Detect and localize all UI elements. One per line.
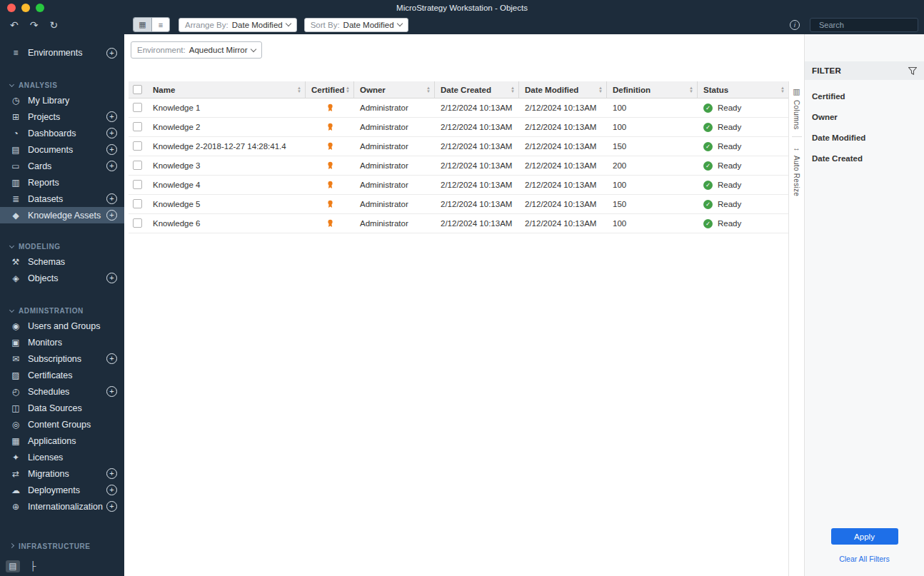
column-header-date-modified[interactable]: Date Modified [519,81,607,98]
add-dataset-button[interactable]: + [106,193,117,204]
select-all-checkbox[interactable] [133,85,142,94]
sidebar-item-migrations[interactable]: ⇄ Migrations + [0,465,124,482]
sidebar-item-documents[interactable]: ▤ Documents + [0,141,124,158]
sidebar-item-users-and-groups[interactable]: ◉ Users and Groups [0,318,124,334]
row-checkbox[interactable] [133,218,142,228]
filter-item-date-created[interactable]: Date Created [805,148,924,168]
row-checkbox[interactable] [133,161,142,170]
table-row[interactable]: Knowledge 2-2018-12-27 14:28:41.4 Admini… [129,137,788,156]
filter-item-certified[interactable]: Certified [805,86,924,106]
add-environment-button[interactable]: + [106,48,117,59]
sidebar-item-subscriptions[interactable]: ✉ Subscriptions + [0,350,124,367]
sidebar-item-schedules[interactable]: ◴ Schedules + [0,383,124,400]
section-modeling[interactable]: MODELING [0,239,124,253]
add-schedule-button[interactable]: + [106,386,117,397]
sidebar-item-objects[interactable]: ◈ Objects + [0,270,124,286]
chevron-down-icon [250,46,256,51]
minimize-window-button[interactable] [21,4,30,12]
sidebar-item-environments[interactable]: ≡ Environments + [0,44,124,62]
list-view-button[interactable]: ≡ [151,18,169,31]
tree-panel-icon: ├ [30,561,36,571]
row-date-created: 2/12/2024 10:13AM [435,200,519,208]
sidebar-item-dashboards[interactable]: ◔ Dashboards + [0,125,124,141]
table-row[interactable]: Knowledge 2 Administrator 2/12/2024 10:1… [129,118,788,137]
chevron-down-icon [285,21,291,26]
column-header-date-created[interactable]: Date Created [435,81,519,98]
filter-item-owner[interactable]: Owner [805,106,924,127]
columns-icon[interactable]: ▥ [793,87,800,96]
table-row[interactable]: Knowledge 3 Administrator 2/12/2024 10:1… [129,156,788,176]
sidebar-item-monitors[interactable]: ▣ Monitors [0,334,124,350]
status-label: Ready [718,161,741,170]
apply-button[interactable]: Apply [831,528,898,545]
sidebar-item-licenses[interactable]: ✦ Licenses [0,449,124,465]
sidebar-item-my-library[interactable]: ◷ My Library [0,92,124,108]
sidebar-item-deployments[interactable]: ☁ Deployments + [0,482,124,498]
environment-dropdown[interactable]: Environment: Aqueduct Mirror [131,41,262,59]
arrange-by-dropdown[interactable]: Arrange By: Date Modified [179,18,297,32]
clear-all-filters-link[interactable]: Clear All Filters [805,555,924,563]
funnel-icon[interactable] [908,67,917,75]
zoom-window-button[interactable] [36,4,44,12]
columns-rail-button[interactable]: Columns [793,100,800,130]
tree-panel-toggle-button[interactable]: ├ [26,560,40,572]
sort-arrows-icon [346,86,350,94]
add-dashboard-button[interactable]: + [106,128,117,138]
redo-icon[interactable]: ↷ [30,20,39,30]
column-header-definition[interactable]: Definition [607,81,698,98]
list-panel-toggle-button[interactable]: ▤ [6,560,20,572]
add-deployment-button[interactable]: + [106,485,117,495]
section-administration[interactable]: ADMINSTRATION [0,303,124,318]
column-header-status[interactable]: Status [698,81,788,98]
row-checkbox[interactable] [133,103,142,112]
sidebar-item-internationalization[interactable]: ⊕ Internationalization + [0,498,124,515]
undo-icon[interactable]: ↶ [10,20,19,30]
sidebar-item-applications[interactable]: ▦ Applications [0,433,124,449]
add-object-button[interactable]: + [106,273,117,283]
add-document-button[interactable]: + [106,144,117,155]
grid-view-button[interactable]: ▦ [134,18,151,31]
auto-resize-icon[interactable]: ↔ [793,143,800,152]
column-header-name[interactable]: Name [147,81,306,98]
table-row[interactable]: Knowledge 5 Administrator 2/12/2024 10:1… [129,195,788,214]
chevron-down-icon [9,81,14,86]
sort-by-label: Sort By: [311,21,340,29]
auto-resize-rail-button[interactable]: Auto Resize [793,156,800,196]
refresh-icon[interactable]: ↻ [49,20,58,30]
sidebar-item-datasets[interactable]: ≣ Datasets + [0,191,124,207]
close-window-button[interactable] [7,4,16,12]
history-controls: ↶ ↷ ↻ [0,20,124,30]
row-checkbox[interactable] [133,141,142,151]
sort-by-dropdown[interactable]: Sort By: Date Modified [304,18,408,32]
table-row[interactable]: Knowledge 1 Administrator 2/12/2024 10:1… [129,98,788,118]
row-date-modified: 2/12/2024 10:13AM [519,142,607,151]
search-input[interactable] [810,18,918,32]
column-header-certified[interactable]: Certified [306,81,354,98]
column-header-owner[interactable]: Owner [354,81,435,98]
row-checkbox[interactable] [133,122,142,131]
sidebar-item-certificates[interactable]: ▨ Certificates [0,367,124,383]
sidebar-item-content-groups[interactable]: ◎ Content Groups [0,416,124,433]
add-internationalization-button[interactable]: + [106,501,117,512]
section-infrastructure[interactable]: INFRASTRUCTURE [0,539,124,553]
add-subscription-button[interactable]: + [106,353,117,364]
sidebar-item-cards[interactable]: ▭ Cards + [0,158,124,174]
sidebar-item-data-sources[interactable]: ◫ Data Sources [0,400,124,416]
row-checkbox[interactable] [133,180,142,189]
sidebar-item-knowledge-assets[interactable]: ◆ Knowledge Assets + [0,207,124,223]
table-row[interactable]: Knowledge 4 Administrator 2/12/2024 10:1… [129,176,788,195]
sidebar-item-schemas[interactable]: ⚒ Schemas [0,253,124,270]
table-row[interactable]: Knowledge 6 Administrator 2/12/2024 10:1… [129,214,788,233]
add-knowledge-asset-button[interactable]: + [106,210,117,221]
filter-item-date-modified[interactable]: Date Modified [805,127,924,148]
sidebar-item-projects[interactable]: ⊞ Projects + [0,108,124,125]
section-analysis[interactable]: ANALYSIS [0,78,124,92]
sort-arrows-icon [297,86,301,94]
sidebar-item-reports[interactable]: ▥ Reports [0,174,124,191]
info-icon[interactable]: i [790,20,800,30]
add-project-button[interactable]: + [106,111,117,122]
add-card-button[interactable]: + [106,161,117,171]
row-checkbox[interactable] [133,199,142,208]
traffic-lights [7,4,44,12]
add-migration-button[interactable]: + [106,468,117,479]
